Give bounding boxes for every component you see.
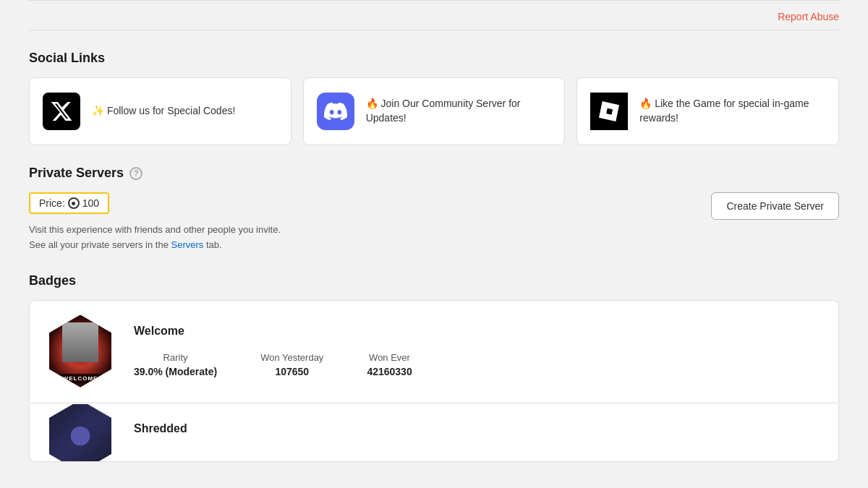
badge-card-shredded: Shredded <box>29 404 839 462</box>
badge-inner-welcome: WELCOME <box>44 315 116 388</box>
price-amount: 100 <box>82 197 99 209</box>
badge-stat-won-ever: Won Ever 42160330 <box>367 352 412 377</box>
private-servers-left: Price: 100 Visit this experience with fr… <box>29 192 711 253</box>
servers-tab-link[interactable]: Servers <box>171 239 204 250</box>
report-abuse-link[interactable]: Report Abuse <box>778 11 839 22</box>
won-yesterday-value: 107650 <box>260 366 323 377</box>
social-links-grid: ✨ Follow us for Special Codes! 🔥 Join Ou… <box>29 77 839 145</box>
social-links-section: Social Links ✨ Follow us for Special Cod… <box>29 51 839 145</box>
badge-stats-welcome: Rarity 39.0% (Moderate) Won Yesterday 10… <box>134 352 824 377</box>
private-desc-line1: Visit this experience with friends and o… <box>29 223 711 238</box>
private-servers-title: Private Servers <box>29 166 124 181</box>
social-card-twitter[interactable]: ✨ Follow us for Special Codes! <box>29 77 292 145</box>
rarity-label: Rarity <box>134 352 217 363</box>
badge-info-welcome: Welcome Rarity 39.0% (Moderate) Won Yest… <box>134 325 824 377</box>
private-servers-help-icon[interactable]: ? <box>129 167 142 180</box>
svg-point-0 <box>71 427 90 446</box>
twitter-emoji: ✨ <box>92 105 107 116</box>
discord-card-text: 🔥 Join Our Community Server for Updates! <box>366 97 552 125</box>
badge-card-welcome: WELCOME Welcome Rarity 39.0% (Moderate) … <box>29 300 839 403</box>
badge-image-shredded <box>44 404 116 462</box>
badges-section: Badges WELCOME Welcome Rarity 39.0% (M <box>29 273 839 462</box>
private-servers-desc: Visit this experience with friends and o… <box>29 223 711 253</box>
roblox-icon <box>590 93 628 130</box>
price-label: Price: <box>39 197 65 209</box>
private-servers-section: Private Servers ? Price: 100 Visit this … <box>29 166 839 253</box>
badge-stat-won-yesterday: Won Yesterday 107650 <box>260 352 323 377</box>
won-yesterday-label: Won Yesterday <box>260 352 323 363</box>
private-servers-content: Price: 100 Visit this experience with fr… <box>29 192 839 253</box>
social-card-roblox[interactable]: 🔥 Like the Game for special in-game rewa… <box>576 77 839 145</box>
badge-hexagon-shredded <box>44 404 116 462</box>
robux-icon <box>68 197 80 209</box>
private-desc-line2: See all your private servers in the Serv… <box>29 238 711 253</box>
discord-emoji: 🔥 <box>366 98 381 109</box>
badge-image-welcome: WELCOME <box>44 315 116 388</box>
social-card-discord[interactable]: 🔥 Join Our Community Server for Updates! <box>303 77 566 145</box>
private-servers-header: Private Servers ? <box>29 166 839 181</box>
roblox-card-text: 🔥 Like the Game for special in-game rewa… <box>639 97 825 125</box>
badge-hexagon-welcome: WELCOME <box>44 315 116 388</box>
roblox-emoji: 🔥 <box>639 98 655 109</box>
rarity-value: 39.0% (Moderate) <box>134 366 217 377</box>
twitter-icon <box>43 93 80 130</box>
create-private-server-button[interactable]: Create Private Server <box>711 192 839 220</box>
price-box: Price: 100 <box>29 192 109 214</box>
won-ever-label: Won Ever <box>367 352 412 363</box>
social-links-title: Social Links <box>29 51 839 66</box>
badge-label-welcome: WELCOME <box>59 374 103 383</box>
badge-name-welcome: Welcome <box>134 325 824 338</box>
badge-stat-rarity: Rarity 39.0% (Moderate) <box>134 352 217 377</box>
discord-icon <box>317 93 354 130</box>
badges-title: Badges <box>29 273 839 288</box>
twitter-card-text: ✨ Follow us for Special Codes! <box>92 104 235 119</box>
won-ever-value: 42160330 <box>367 366 412 377</box>
badge-info-shredded: Shredded <box>134 422 824 450</box>
badge-name-shredded: Shredded <box>134 422 824 435</box>
